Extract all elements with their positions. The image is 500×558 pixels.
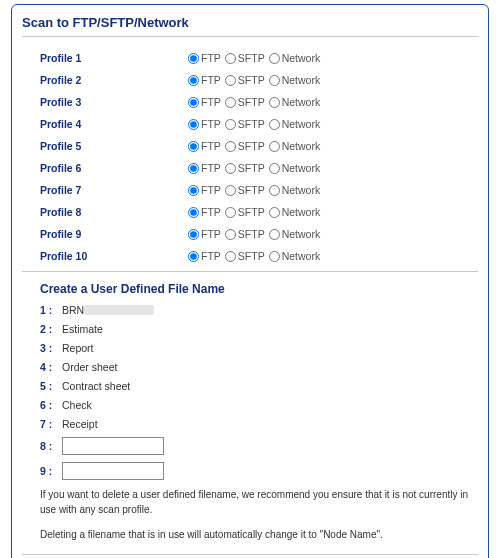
profile-label: Profile 9 xyxy=(40,228,188,240)
radio-option-sftp[interactable]: SFTP xyxy=(225,250,265,262)
radio-option-sftp[interactable]: SFTP xyxy=(225,118,265,130)
profile-row: Profile 6FTPSFTPNetwork xyxy=(40,157,478,179)
radio-option-sftp[interactable]: SFTP xyxy=(225,206,265,218)
profile-label: Profile 3 xyxy=(40,96,188,108)
filename-index: 5 : xyxy=(40,380,62,392)
profile-label: Profile 7 xyxy=(40,184,188,196)
radio-option-sftp[interactable]: SFTP xyxy=(225,74,265,86)
radio-label: SFTP xyxy=(238,74,265,86)
radio-label: FTP xyxy=(201,118,221,130)
note-text: If you want to delete a user defined fil… xyxy=(40,487,478,517)
page-title: Scan to FTP/SFTP/Network xyxy=(22,15,478,30)
radio-input[interactable] xyxy=(269,97,280,108)
radio-input[interactable] xyxy=(225,119,236,130)
radio-option-ftp[interactable]: FTP xyxy=(188,206,221,218)
radio-input[interactable] xyxy=(269,251,280,262)
radio-option-sftp[interactable]: SFTP xyxy=(225,184,265,196)
radio-option-network[interactable]: Network xyxy=(269,52,321,64)
filename-index: 8 : xyxy=(40,440,62,452)
radio-input[interactable] xyxy=(269,207,280,218)
radio-option-sftp[interactable]: SFTP xyxy=(225,162,265,174)
radio-label: SFTP xyxy=(238,52,265,64)
filename-input[interactable] xyxy=(62,462,164,480)
radio-label: SFTP xyxy=(238,162,265,174)
filename-value: Report xyxy=(62,342,94,354)
filename-input[interactable] xyxy=(62,437,164,455)
radio-input[interactable] xyxy=(225,75,236,86)
profile-label: Profile 6 xyxy=(40,162,188,174)
radio-input[interactable] xyxy=(225,53,236,64)
radio-label: Network xyxy=(282,96,321,108)
radio-option-ftp[interactable]: FTP xyxy=(188,96,221,108)
radio-input[interactable] xyxy=(188,251,199,262)
radio-input[interactable] xyxy=(225,207,236,218)
radio-input[interactable] xyxy=(188,119,199,130)
radio-option-network[interactable]: Network xyxy=(269,184,321,196)
filename-row: 7 :Receipt xyxy=(40,418,478,430)
radio-input[interactable] xyxy=(269,229,280,240)
radio-input[interactable] xyxy=(188,97,199,108)
radio-input[interactable] xyxy=(225,185,236,196)
radio-option-ftp[interactable]: FTP xyxy=(188,228,221,240)
divider xyxy=(22,554,478,555)
radio-input[interactable] xyxy=(269,75,280,86)
radio-label: FTP xyxy=(201,140,221,152)
radio-option-ftp[interactable]: FTP xyxy=(188,52,221,64)
radio-label: FTP xyxy=(201,74,221,86)
radio-option-network[interactable]: Network xyxy=(269,228,321,240)
profile-row: Profile 2FTPSFTPNetwork xyxy=(40,69,478,91)
radio-option-sftp[interactable]: SFTP xyxy=(225,96,265,108)
filename-index: 1 : xyxy=(40,304,62,316)
radio-input[interactable] xyxy=(269,53,280,64)
filename-value: Estimate xyxy=(62,323,103,335)
redacted-block xyxy=(84,305,154,315)
profile-row: Profile 10FTPSFTPNetwork xyxy=(40,245,478,267)
radio-input[interactable] xyxy=(188,185,199,196)
radio-input[interactable] xyxy=(269,141,280,152)
radio-option-sftp[interactable]: SFTP xyxy=(225,228,265,240)
radio-input[interactable] xyxy=(269,119,280,130)
filenames-list: 1 :BRN2 :Estimate3 :Report4 :Order sheet… xyxy=(40,304,478,480)
radio-option-ftp[interactable]: FTP xyxy=(188,118,221,130)
radio-label: SFTP xyxy=(238,118,265,130)
radio-input[interactable] xyxy=(225,141,236,152)
radio-option-ftp[interactable]: FTP xyxy=(188,140,221,152)
radio-label: SFTP xyxy=(238,206,265,218)
radio-label: Network xyxy=(282,140,321,152)
radio-option-ftp[interactable]: FTP xyxy=(188,162,221,174)
radio-option-ftp[interactable]: FTP xyxy=(188,250,221,262)
radio-option-network[interactable]: Network xyxy=(269,162,321,174)
radio-input[interactable] xyxy=(188,207,199,218)
radio-option-network[interactable]: Network xyxy=(269,206,321,218)
radio-input[interactable] xyxy=(269,185,280,196)
radio-option-network[interactable]: Network xyxy=(269,96,321,108)
radio-label: Network xyxy=(282,206,321,218)
radio-option-network[interactable]: Network xyxy=(269,250,321,262)
radio-input[interactable] xyxy=(188,229,199,240)
radio-option-sftp[interactable]: SFTP xyxy=(225,140,265,152)
filename-value: Receipt xyxy=(62,418,98,430)
profile-row: Profile 8FTPSFTPNetwork xyxy=(40,201,478,223)
radio-option-network[interactable]: Network xyxy=(269,140,321,152)
radio-option-sftp[interactable]: SFTP xyxy=(225,52,265,64)
radio-input[interactable] xyxy=(225,163,236,174)
filename-row: 8 : xyxy=(40,437,478,455)
radio-input[interactable] xyxy=(225,251,236,262)
radio-option-network[interactable]: Network xyxy=(269,74,321,86)
radio-option-network[interactable]: Network xyxy=(269,118,321,130)
radio-label: FTP xyxy=(201,250,221,262)
radio-input[interactable] xyxy=(225,97,236,108)
radio-label: SFTP xyxy=(238,184,265,196)
radio-input[interactable] xyxy=(225,229,236,240)
radio-option-ftp[interactable]: FTP xyxy=(188,74,221,86)
radio-input[interactable] xyxy=(188,163,199,174)
radio-input[interactable] xyxy=(188,75,199,86)
filename-row: 1 :BRN xyxy=(40,304,478,316)
radio-input[interactable] xyxy=(188,53,199,64)
radio-label: FTP xyxy=(201,206,221,218)
filename-value: Check xyxy=(62,399,92,411)
radio-input[interactable] xyxy=(269,163,280,174)
radio-input[interactable] xyxy=(188,141,199,152)
radio-option-ftp[interactable]: FTP xyxy=(188,184,221,196)
filename-row: 4 :Order sheet xyxy=(40,361,478,373)
